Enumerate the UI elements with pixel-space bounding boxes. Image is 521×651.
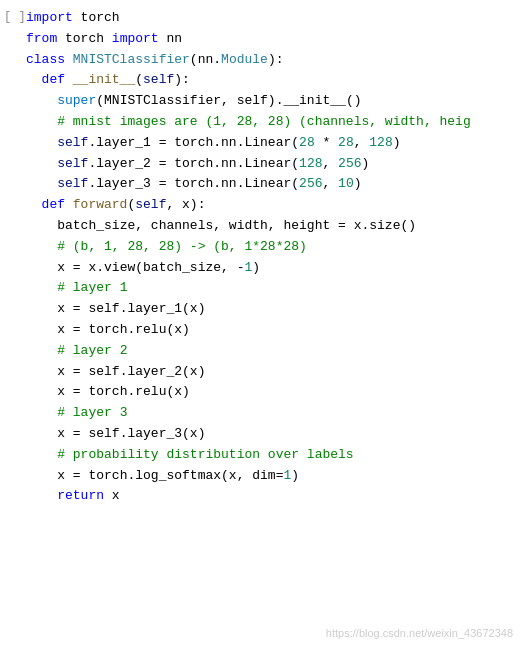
token: import — [112, 31, 159, 46]
token: 128 — [299, 156, 322, 171]
code-content: x = self.layer_1(x) — [26, 299, 517, 320]
code-line: from torch import nn — [0, 29, 521, 50]
token: torch — [73, 10, 120, 25]
code-editor: [ ]import torchfrom torch import nnclass… — [0, 0, 521, 651]
code-content: x = x.view(batch_size, -1) — [26, 258, 517, 279]
token: ) — [393, 135, 401, 150]
token: , — [354, 135, 370, 150]
token: 128 — [369, 135, 392, 150]
token: forward — [65, 197, 127, 212]
token: . — [213, 52, 221, 67]
code-line: [ ]import torch — [0, 8, 521, 29]
code-content: x = torch.relu(x) — [26, 320, 517, 341]
code-content: x = self.layer_2(x) — [26, 362, 517, 383]
token: x = self.layer_2(x) — [57, 364, 205, 379]
token: 256 — [299, 176, 322, 191]
cell-bracket: [ ] — [4, 8, 26, 27]
code-content: def forward(self, x): — [26, 195, 517, 216]
code-line: self.layer_2 = torch.nn.Linear(128, 256) — [0, 154, 521, 175]
code-content: batch_size, channels, width, height = x.… — [26, 216, 517, 237]
code-line: # layer 1 — [0, 278, 521, 299]
token: nn — [198, 52, 214, 67]
token: self — [57, 156, 88, 171]
token: self — [57, 176, 88, 191]
code-line: self.layer_3 = torch.nn.Linear(256, 10) — [0, 174, 521, 195]
code-content: # layer 1 — [26, 278, 517, 299]
code-content: return x — [26, 486, 517, 507]
token: super — [57, 93, 96, 108]
code-content: import torch — [26, 8, 517, 29]
token: 10 — [338, 176, 354, 191]
token: 28 — [299, 135, 315, 150]
code-content: from torch import nn — [26, 29, 517, 50]
code-line: self.layer_1 = torch.nn.Linear(28 * 28, … — [0, 133, 521, 154]
token: x = torch.relu(x) — [57, 384, 190, 399]
code-content: # probability distribution over labels — [26, 445, 517, 466]
token: x = self.layer_3(x) — [57, 426, 205, 441]
token: x = self.layer_1(x) — [57, 301, 205, 316]
token: self — [135, 197, 166, 212]
code-content: # layer 3 — [26, 403, 517, 424]
token: ): — [268, 52, 284, 67]
token: .layer_3 = torch.nn.Linear( — [88, 176, 299, 191]
token: ) — [362, 156, 370, 171]
token: ( — [190, 52, 198, 67]
code-line: x = self.layer_3(x) — [0, 424, 521, 445]
token: # layer 1 — [57, 280, 127, 295]
token: return — [57, 488, 104, 503]
token: __init__ — [65, 72, 135, 87]
token: .layer_2 = torch.nn.Linear( — [88, 156, 299, 171]
token: self — [143, 72, 174, 87]
token: # probability distribution over labels — [57, 447, 353, 462]
code-content: x = torch.relu(x) — [26, 382, 517, 403]
token: # (b, 1, 28, 28) -> (b, 1*28*28) — [57, 239, 307, 254]
token: # mnist images are (1, 28, 28) (channels… — [57, 114, 470, 129]
token: , — [322, 156, 338, 171]
code-line: def forward(self, x): — [0, 195, 521, 216]
code-content: self.layer_2 = torch.nn.Linear(128, 256) — [26, 154, 517, 175]
token: * — [315, 135, 338, 150]
code-line: # layer 3 — [0, 403, 521, 424]
code-content: class MNISTClassifier(nn.Module): — [26, 50, 517, 71]
code-line: # (b, 1, 28, 28) -> (b, 1*28*28) — [0, 237, 521, 258]
code-content: x = torch.log_softmax(x, dim=1) — [26, 466, 517, 487]
token: ( — [135, 72, 143, 87]
token: MNISTClassifier — [65, 52, 190, 67]
token: .layer_1 = torch.nn.Linear( — [88, 135, 299, 150]
token: ) — [291, 468, 299, 483]
code-line: x = torch.relu(x) — [0, 320, 521, 341]
code-content: def __init__(self): — [26, 70, 517, 91]
token: import — [26, 10, 73, 25]
code-content: x = self.layer_3(x) — [26, 424, 517, 445]
code-line: # mnist images are (1, 28, 28) (channels… — [0, 112, 521, 133]
token: def — [42, 197, 65, 212]
code-content: # layer 2 — [26, 341, 517, 362]
token: ) — [354, 176, 362, 191]
token: class — [26, 52, 65, 67]
code-line: x = torch.log_softmax(x, dim=1) — [0, 466, 521, 487]
code-content: self.layer_1 = torch.nn.Linear(28 * 28, … — [26, 133, 517, 154]
code-content: self.layer_3 = torch.nn.Linear(256, 10) — [26, 174, 517, 195]
token: x = torch.relu(x) — [57, 322, 190, 337]
watermark: https://blog.csdn.net/weixin_43672348 — [326, 625, 513, 643]
code-line: super(MNISTClassifier, self).__init__() — [0, 91, 521, 112]
token: x = torch.log_softmax(x, dim= — [57, 468, 283, 483]
code-content: # (b, 1, 28, 28) -> (b, 1*28*28) — [26, 237, 517, 258]
token: 28 — [338, 135, 354, 150]
token: x — [104, 488, 120, 503]
code-line: # layer 2 — [0, 341, 521, 362]
code-line: class MNISTClassifier(nn.Module): — [0, 50, 521, 71]
code-line: x = self.layer_1(x) — [0, 299, 521, 320]
token: # layer 3 — [57, 405, 127, 420]
token: ): — [174, 72, 190, 87]
token: , x): — [166, 197, 205, 212]
token: def — [42, 72, 65, 87]
token: x = x.view(batch_size, - — [57, 260, 244, 275]
token: , — [322, 176, 338, 191]
token: (MNISTClassifier, self).__init__() — [96, 93, 361, 108]
code-line: x = x.view(batch_size, -1) — [0, 258, 521, 279]
code-content: super(MNISTClassifier, self).__init__() — [26, 91, 517, 112]
token: batch_size, channels, width, height = x.… — [57, 218, 416, 233]
code-content: # mnist images are (1, 28, 28) (channels… — [26, 112, 517, 133]
token: from — [26, 31, 57, 46]
